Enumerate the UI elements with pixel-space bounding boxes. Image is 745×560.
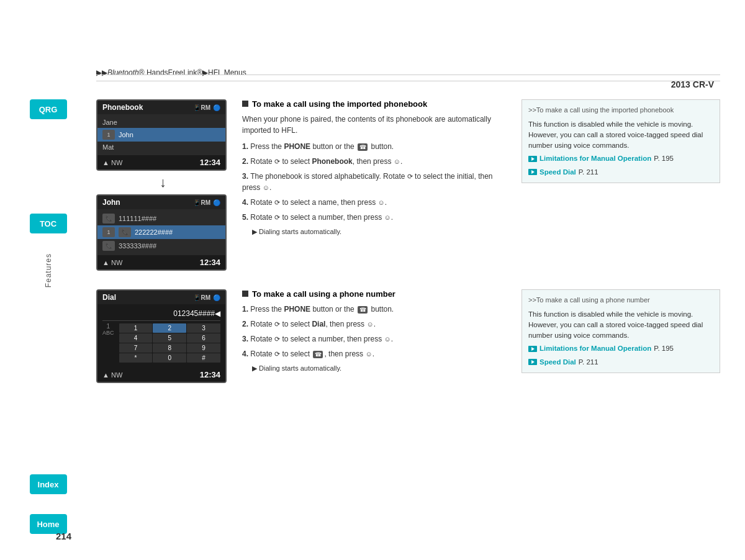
intro-text-upper: When your phone is paired, the contents …: [242, 114, 509, 136]
dial-screen-body: 012345####◀ 1 ABC 1 2 3 4 5 6: [97, 304, 225, 368]
note-body-lower: This function is disabled while the vehi…: [528, 309, 713, 341]
dial-key-6[interactable]: 6: [187, 333, 220, 343]
screen-time-2: 12:34: [200, 258, 220, 267]
dial-number-row: 012345####◀: [102, 307, 220, 321]
lower-step-1: 1. Press the PHONE button or the ☎ butto…: [242, 304, 509, 315]
press-icon: ☺: [394, 156, 400, 167]
row-icon-2: 📞: [119, 227, 131, 237]
upper-section: Phonebook 📱RM 🔵 Jane 1 John Mat: [96, 99, 720, 271]
rotate-icon: ⟳: [274, 156, 280, 167]
sidebar: QRG TOC Features Index Home: [0, 0, 96, 560]
rotate-icon-4: ⟳: [274, 212, 280, 223]
screen-footer-1: ▲ NW 12:34: [97, 155, 225, 169]
dial-key-label: 1: [102, 323, 114, 330]
screen-row: Mat: [97, 142, 225, 153]
screen-row: 📞 333333####: [97, 239, 225, 253]
row-icon: 📞: [102, 214, 115, 224]
rotate-icon-2: ⟳: [407, 171, 413, 182]
instructions-col-lower: To make a call using a phone number 1. P…: [242, 289, 522, 383]
section-title-lower: To make a call using a phone number: [242, 289, 509, 299]
dial-bt-icon: 🔵: [213, 294, 220, 301]
note-link-page-1-lower: P. 195: [654, 343, 674, 354]
phonebook-screen-2: John 📱RM 🔵 📞 111111#### 1 📞 222222####: [96, 194, 227, 271]
step-2: 2. Rotate ⟳ to select Phonebook, then pr…: [242, 156, 509, 167]
screen-row-selected: 1 John: [97, 128, 225, 142]
dial-key-2[interactable]: 2: [153, 323, 186, 333]
note-link-icon-1: [528, 156, 537, 162]
dial-key-7[interactable]: 7: [119, 343, 153, 353]
sidebar-btn-qrg[interactable]: QRG: [30, 99, 67, 119]
sidebar-btn-index[interactable]: Index: [30, 474, 67, 494]
phone-icon-lower: ☎: [358, 306, 368, 314]
note-link-page-1-upper: P. 195: [654, 153, 674, 164]
device-col-lower: Dial 📱RM 🔵 012345####◀ 1 ABC 1: [96, 289, 230, 383]
note-link-1-upper[interactable]: Limitations for Manual Operation P. 195: [528, 153, 713, 164]
notes-col-upper: >>To make a call using the imported phon…: [522, 99, 720, 271]
dial-keys-grid: 1 2 3 4 5 6 7 8 9 * 0 #: [119, 323, 220, 363]
note-box-lower: >>To make a call using a phone number Th…: [522, 289, 720, 373]
lower-step-4: 4. Rotate ⟳ to select ☎, then press ☺.: [242, 348, 509, 359]
rm-icon: 📱RM: [193, 104, 210, 111]
row-icon: 1: [102, 227, 115, 237]
note-body-upper: This function is disabled while the vehi…: [528, 119, 713, 151]
screen-row-selected-2: 1 📞 222222####: [97, 225, 225, 239]
note-link-text-2-lower[interactable]: Speed Dial: [540, 357, 576, 368]
note-link-text-1-upper[interactable]: Limitations for Manual Operation: [540, 153, 651, 164]
note-link-2-upper[interactable]: Speed Dial P. 211: [528, 167, 713, 178]
screen-icons-2: 📱RM 🔵: [193, 199, 220, 206]
rm-icon-2: 📱RM: [193, 199, 210, 206]
title-square-lower: [242, 291, 248, 297]
rotate-icon-lower-2: ⟳: [274, 334, 280, 345]
note-link-icon-3: [528, 346, 537, 352]
press-icon-2: ☺: [263, 183, 269, 193]
dial-screen: Dial 📱RM 🔵 012345####◀ 1 ABC 1: [96, 289, 227, 383]
press-icon-4: ☺: [384, 212, 391, 223]
auto-dial-lower: ▶ Dialing starts automatically.: [242, 363, 509, 374]
note-link-text-2-upper[interactable]: Speed Dial: [540, 167, 576, 178]
dial-key-0[interactable]: 0: [153, 353, 186, 363]
screen-row: 📞 111111####: [97, 212, 225, 225]
dial-compass: ▲ NW: [102, 371, 122, 379]
step-5: 5. Rotate ⟳ to select a number, then pre…: [242, 212, 509, 223]
press-icon-3: ☺: [377, 197, 384, 208]
note-link-page-2-upper: P. 211: [579, 167, 598, 178]
lower-section: Dial 📱RM 🔵 012345####◀ 1 ABC 1: [96, 289, 720, 383]
press-icon-lower-2: ☺: [384, 334, 391, 345]
dial-key-8[interactable]: 8: [153, 343, 186, 353]
note-link-2-lower[interactable]: Speed Dial P. 211: [528, 357, 713, 368]
screen-title-2: John: [102, 198, 120, 207]
step-3: 3. The phonebook is stored alphabeticall…: [242, 171, 509, 193]
title-square: [242, 101, 248, 107]
bt-icon: 🔵: [213, 104, 220, 111]
dial-title: Dial: [102, 293, 116, 302]
screen-footer-2: ▲ NW 12:34: [97, 255, 225, 269]
rotate-icon-3: ⟳: [274, 197, 280, 208]
dial-key-3[interactable]: 3: [187, 323, 220, 333]
dial-key-4[interactable]: 4: [119, 333, 153, 343]
phonebook-screen-1: Phonebook 📱RM 🔵 Jane 1 John Mat: [96, 99, 227, 171]
note-link-1-lower[interactable]: Limitations for Manual Operation P. 195: [528, 343, 713, 354]
step-4: 4. Rotate ⟳ to select a name, then press…: [242, 197, 509, 208]
dial-screen-header: Dial 📱RM 🔵: [97, 291, 225, 304]
section-title-text-upper: To make a call using the imported phoneb…: [252, 99, 427, 109]
lower-step-3: 3. Rotate ⟳ to select a number, then pre…: [242, 333, 509, 345]
bt-icon-2: 🔵: [213, 199, 220, 206]
breadcrumb-text: ▶▶Bluetooth® HandsFreeLink®▶HFL Menus: [96, 68, 246, 77]
dial-key-5[interactable]: 5: [153, 333, 186, 343]
screen-header-1: Phonebook 📱RM 🔵: [97, 101, 225, 114]
dial-key-9[interactable]: 9: [187, 343, 220, 353]
dial-key-1[interactable]: 1: [119, 323, 153, 333]
abc-label: ABC: [102, 330, 114, 336]
section-title-text-lower: To make a call using a phone number: [252, 289, 395, 299]
dial-screen-footer: ▲ NW 12:34: [97, 368, 225, 382]
row-icon: 1: [102, 130, 115, 140]
screen-body-1: Jane 1 John Mat: [97, 114, 225, 155]
sidebar-btn-toc[interactable]: TOC: [30, 214, 67, 233]
features-label: Features: [44, 253, 53, 287]
dial-keypad-area: 1 ABC 1 2 3 4 5 6 7 8 9: [102, 321, 220, 365]
note-link-text-1-lower[interactable]: Limitations for Manual Operation: [540, 343, 651, 354]
dial-key-hash[interactable]: #: [187, 353, 220, 363]
dial-key-star[interactable]: *: [119, 353, 153, 363]
screen-row: Jane: [97, 117, 225, 128]
note-title-lower: >>To make a call using a phone number: [528, 295, 713, 305]
